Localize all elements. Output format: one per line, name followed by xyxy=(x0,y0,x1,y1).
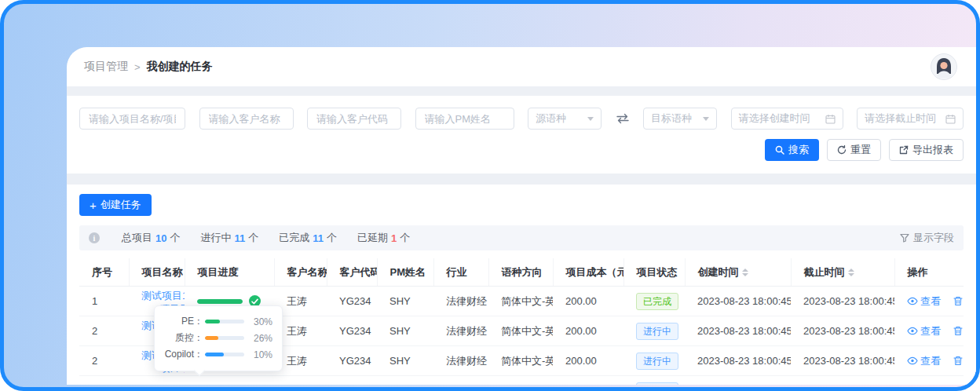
tooltip-row-qc: 质控： 26% xyxy=(164,330,272,346)
header-label: 项目名称 xyxy=(142,265,183,280)
eye-icon xyxy=(907,327,918,335)
delete-button[interactable]: 删除 xyxy=(953,354,964,368)
cell-cost: 200.00 xyxy=(553,346,623,376)
header-label-wrap: PM姓名 xyxy=(390,265,429,280)
pm-name-input-field[interactable] xyxy=(423,112,506,126)
cell-created-time: 2023-08-23 18:00:45 xyxy=(685,376,791,386)
delete-button[interactable]: 删除 xyxy=(953,294,964,309)
cell-customer-code: YG234 xyxy=(327,316,377,346)
export-report-button[interactable]: 导出报表 xyxy=(889,139,964,161)
calendar-icon xyxy=(945,114,956,124)
stats-summary: i 总项目 10 个 进行中 11 个 已完成 11 个 xyxy=(89,231,410,245)
customer-code-input-field[interactable] xyxy=(315,112,393,126)
col-header-12[interactable]: 截止时间 xyxy=(791,258,894,287)
tooltip-value: 30% xyxy=(249,316,272,327)
trash-icon xyxy=(953,296,963,306)
view-label: 查看 xyxy=(920,324,941,338)
delete-button[interactable]: 删除 xyxy=(953,324,964,338)
cell-pm: SHY xyxy=(377,316,433,346)
reset-button-label: 重置 xyxy=(850,143,871,157)
cell-status: 进行中 xyxy=(623,376,685,386)
header-label: 操作 xyxy=(908,265,928,280)
tooltip-progress-bar xyxy=(205,353,244,356)
cell-status: 已完成 xyxy=(623,287,685,316)
status-badge: 已完成 xyxy=(636,293,678,310)
top-bar: 项目管理 > 我创建的任务 xyxy=(67,47,976,86)
calendar-icon xyxy=(825,114,836,124)
cell-created-time: 2023-08-23 18:00:45 xyxy=(685,346,791,376)
cell-deadline-time: 2023-08-23 18:00:45 xyxy=(791,376,894,386)
pm-name-input[interactable] xyxy=(415,108,514,130)
header-label-wrap: 客户名称 xyxy=(287,265,322,280)
header-label: 截止时间 xyxy=(804,265,845,280)
col-header-13: 操作 xyxy=(894,258,964,287)
cell-customer: 王涛 xyxy=(274,376,327,386)
progress-track xyxy=(197,299,243,304)
table-row: 2测试项目140%王涛YG234SHY法律财经简体中文-英文200.00进行中2… xyxy=(79,376,964,386)
col-header-4: 客户名称 xyxy=(274,258,327,287)
cell-index: 2 xyxy=(79,346,129,376)
header-label-wrap: 创建时间 xyxy=(698,265,786,280)
plus-icon: + xyxy=(90,199,97,211)
swap-languages-icon[interactable] xyxy=(616,113,630,124)
cell-customer-code: YG234 xyxy=(327,287,377,316)
view-label: 查看 xyxy=(920,294,941,309)
refresh-icon xyxy=(837,145,847,155)
view-button[interactable]: 查看 xyxy=(907,354,941,368)
tooltip-progress-bar xyxy=(205,336,244,340)
view-button[interactable]: 查看 xyxy=(907,294,941,309)
header-label: 语种方向 xyxy=(502,265,543,280)
created-date-picker[interactable]: 请选择创建时间 xyxy=(731,108,843,130)
create-task-label: 创建任务 xyxy=(101,198,141,212)
project-name-link[interactable]: 测试项目1 xyxy=(141,289,180,303)
header-label-wrap: 项目名称 xyxy=(142,265,180,280)
col-header-9: 项目成本（元） xyxy=(553,258,623,287)
tooltip-label: PE： xyxy=(164,315,203,328)
cell-operations: 查看删除 xyxy=(894,287,964,316)
target-language-select[interactable]: 目标语种 xyxy=(643,108,717,130)
user-avatar[interactable] xyxy=(931,53,957,80)
view-button[interactable]: 查看 xyxy=(907,384,941,386)
delete-button[interactable]: 删除 xyxy=(953,384,964,386)
cell-index: 2 xyxy=(79,316,129,346)
header-label-wrap: 截止时间 xyxy=(804,265,890,280)
display-fields-label: 显示字段 xyxy=(913,231,954,245)
export-button-label: 导出报表 xyxy=(912,143,953,157)
cell-pm: SHY xyxy=(377,376,433,386)
cell-deadline-time: 2023-08-23 18:00:45 xyxy=(791,287,894,316)
filter-actions: 搜索 重置 导出报表 xyxy=(79,139,964,161)
search-button[interactable]: 搜索 xyxy=(765,139,819,161)
breadcrumb-section[interactable]: 项目管理 xyxy=(84,60,128,74)
customer-name-input[interactable] xyxy=(199,108,294,130)
deadline-date-picker[interactable]: 请选择截止时间 xyxy=(857,108,964,130)
sort-icon[interactable] xyxy=(742,269,748,276)
customer-code-input[interactable] xyxy=(307,108,401,130)
display-fields-toggle[interactable]: 显示字段 xyxy=(900,231,954,245)
header-label: PM姓名 xyxy=(390,265,426,280)
trash-icon xyxy=(953,356,963,366)
tooltip-label: 质控： xyxy=(164,331,203,345)
cell-deadline-time: 2023-08-23 18:00:45 xyxy=(791,316,894,346)
customer-name-input-field[interactable] xyxy=(207,112,286,126)
create-task-button[interactable]: + 创建任务 xyxy=(79,194,152,216)
page-title: 我创建的任务 xyxy=(147,60,213,74)
col-header-2: 项目名称 xyxy=(129,258,185,287)
project-name-link[interactable]: 测试项目1 xyxy=(141,384,180,386)
stats-bar: i 总项目 10 个 进行中 11 个 已完成 11 个 xyxy=(79,225,964,250)
progress-fill xyxy=(197,299,243,304)
cell-status: 进行中 xyxy=(623,316,685,346)
reset-button[interactable]: 重置 xyxy=(827,139,881,161)
project-name-input-field[interactable] xyxy=(87,112,177,126)
cell-operations: 查看删除 xyxy=(894,346,964,376)
breadcrumb: 项目管理 > 我创建的任务 xyxy=(84,60,213,74)
eye-icon xyxy=(907,297,918,305)
source-language-select[interactable]: 源语种 xyxy=(528,108,602,130)
funnel-icon xyxy=(900,233,909,243)
sort-icon[interactable] xyxy=(848,269,854,276)
project-name-input[interactable] xyxy=(79,108,185,130)
chevron-down-icon xyxy=(703,117,709,121)
header-label: 项目成本（元） xyxy=(566,265,624,280)
col-header-11[interactable]: 创建时间 xyxy=(685,258,791,287)
stat-total: 总项目 10 个 xyxy=(122,231,180,245)
view-button[interactable]: 查看 xyxy=(907,324,941,338)
